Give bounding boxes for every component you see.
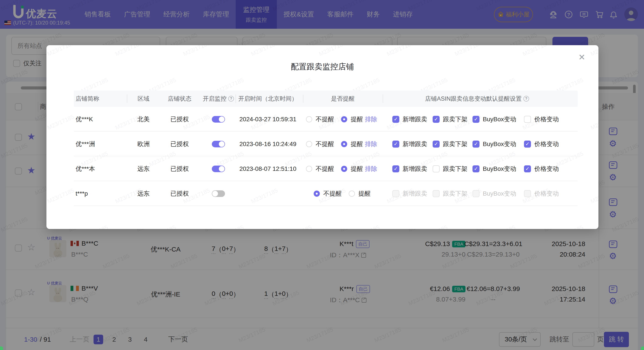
- radio-remind-label: 提醒: [351, 140, 363, 148]
- store-name: 优***本: [76, 156, 95, 181]
- store-region: 北美: [137, 107, 150, 132]
- alert-checkbox-0[interactable]: ✓: [392, 140, 399, 148]
- alert-option-1: ✓跟卖下架: [432, 107, 468, 132]
- radio-remind[interactable]: [341, 141, 347, 147]
- radio-not-remind-label: 不提醒: [316, 140, 334, 148]
- radio-not-remind[interactable]: [306, 116, 312, 122]
- alert-checkbox-3[interactable]: ✓: [524, 140, 531, 148]
- alert-checkbox-3: [524, 190, 531, 197]
- remind-radio-no-cell: 不提醒: [314, 181, 342, 206]
- modal-table-body: 优***K北美已授权2024-03-27 10:59:31不提醒提醒排除✓新增跟…: [74, 107, 578, 206]
- store-name: t***p: [76, 181, 88, 206]
- alert-label-2: BuyBox变动: [483, 140, 516, 148]
- watermark-text: M23/17185: [46, 113, 75, 131]
- remind-radio-no-cell: 不提醒: [306, 107, 334, 132]
- monitor-toggle-cell: [212, 107, 225, 132]
- watermark-text: M23/17185: [182, 45, 211, 57]
- alert-option-3: ✓价格变动: [524, 156, 559, 181]
- info-icon[interactable]: ?: [524, 96, 529, 102]
- info-icon[interactable]: ?: [228, 96, 234, 102]
- alert-option-2: ✓BuyBox变动: [472, 156, 516, 181]
- watermark-text: M23/17185: [420, 224, 448, 229]
- floating-widget-left[interactable]: [0, 346, 3, 350]
- modal-col-5: 是否提醒: [331, 91, 355, 107]
- store-status: 已授权: [170, 156, 189, 181]
- modal-store-row: 优***K北美已授权2024-03-27 10:59:31不提醒提醒排除✓新增跟…: [74, 107, 578, 132]
- watermark-text: M23/17185: [556, 224, 584, 229]
- watermark-text: M23/17185: [284, 224, 312, 229]
- modal-col-3: 开启监控?: [203, 91, 234, 107]
- alert-checkbox-0[interactable]: ✓: [392, 165, 399, 172]
- header-divider: [383, 95, 383, 103]
- radio-not-remind[interactable]: [314, 191, 320, 197]
- store-region: 远东: [137, 181, 150, 206]
- store-region: 远东: [137, 156, 150, 181]
- remind-radio-no-cell: 不提醒: [306, 132, 334, 156]
- alert-checkbox-2[interactable]: ✓: [472, 140, 480, 148]
- alert-checkbox-1[interactable]: [432, 165, 440, 172]
- watermark-text: M23/17185: [80, 224, 109, 229]
- radio-not-remind-label: 不提醒: [316, 115, 334, 123]
- monitor-toggle[interactable]: [212, 190, 225, 197]
- floating-widget-right[interactable]: [641, 346, 644, 350]
- modal-table-header: 店铺简称区域店铺状态开启监控?开启时间（北京时间）是否提醒店铺ASIN跟卖信息变…: [74, 91, 578, 107]
- radio-remind[interactable]: [349, 191, 355, 197]
- open-time: 2023-08-16 10:24:49: [240, 132, 296, 156]
- radio-remind[interactable]: [341, 116, 347, 122]
- alert-option-0: 新增跟卖: [392, 181, 427, 206]
- modal-col-label: 区域: [138, 95, 150, 103]
- modal-col-label: 店铺状态: [168, 95, 192, 103]
- watermark-text: M23/17185: [590, 45, 598, 57]
- alert-label-1: 跟卖下架: [443, 115, 468, 123]
- alert-label-3: 价格变动: [534, 190, 559, 198]
- alert-label-1: 跟卖下架: [443, 165, 468, 173]
- exclude-link[interactable]: 排除: [365, 156, 377, 181]
- modal-col-label: 店铺ASIN跟卖信息变动默认提醒设置: [425, 95, 522, 103]
- alert-label-0: 新增跟卖: [402, 115, 427, 123]
- watermark-text: M23/17185: [590, 113, 598, 131]
- modal-store-row: t***p远东已授权不提醒提醒新增跟卖跟卖下架BuyBox变动价格变动: [74, 181, 578, 206]
- remind-radio-yes-cell: 提醒: [341, 156, 363, 181]
- open-time: 2023-08-07 12:51:10: [240, 156, 296, 181]
- alert-label-0: 新增跟卖: [402, 140, 427, 148]
- modal-col-1: 区域: [138, 91, 150, 107]
- alert-checkbox-1[interactable]: ✓: [432, 116, 440, 123]
- alert-checkbox-0[interactable]: ✓: [392, 116, 399, 123]
- alert-option-0: ✓新增跟卖: [392, 107, 427, 132]
- exclude-link[interactable]: 排除: [365, 132, 377, 156]
- alert-option-2: ✓BuyBox变动: [472, 107, 516, 132]
- modal-col-label: 开启时间（北京时间）: [238, 95, 298, 103]
- store-status: 已授权: [170, 181, 189, 206]
- alert-checkbox-2[interactable]: ✓: [472, 165, 480, 172]
- alert-option-0: ✓新增跟卖: [392, 132, 427, 156]
- alert-checkbox-1[interactable]: ✓: [432, 140, 440, 148]
- radio-not-remind[interactable]: [306, 141, 312, 147]
- remind-radio-no-cell: 不提醒: [306, 156, 334, 181]
- configure-monitor-modal: M23/17185M23/17185M23/17185M23/17185M23/…: [46, 45, 598, 229]
- store-status: 已授权: [170, 132, 189, 156]
- modal-col-label: 开启监控: [203, 95, 226, 103]
- alert-option-0: ✓新增跟卖: [392, 156, 427, 181]
- header-divider: [303, 95, 304, 103]
- alert-label-2: BuyBox变动: [483, 190, 516, 198]
- alert-checkbox-0: [392, 190, 399, 197]
- close-icon[interactable]: ✕: [578, 53, 585, 61]
- alert-label-3: 价格变动: [534, 140, 559, 148]
- modal-col-6: 店铺ASIN跟卖信息变动默认提醒设置?: [425, 91, 529, 107]
- watermark-text: M23/17185: [148, 224, 177, 229]
- alert-label-3: 价格变动: [534, 115, 559, 123]
- radio-remind[interactable]: [341, 166, 347, 172]
- exclude-link[interactable]: 排除: [365, 107, 377, 132]
- monitor-toggle[interactable]: [212, 141, 225, 147]
- monitor-toggle[interactable]: [212, 165, 225, 172]
- alert-label-1: 跟卖下架: [443, 140, 468, 148]
- store-status: 已授权: [170, 107, 189, 132]
- radio-not-remind-label: 不提醒: [316, 165, 334, 173]
- alert-checkbox-3[interactable]: ✓: [524, 165, 531, 172]
- radio-not-remind[interactable]: [306, 166, 312, 172]
- alert-checkbox-2[interactable]: ✓: [472, 116, 480, 123]
- modal-col-label: 店铺简称: [76, 95, 99, 103]
- alert-label-0: 新增跟卖: [402, 165, 427, 173]
- monitor-toggle[interactable]: [212, 116, 225, 123]
- alert-checkbox-3[interactable]: [524, 116, 531, 123]
